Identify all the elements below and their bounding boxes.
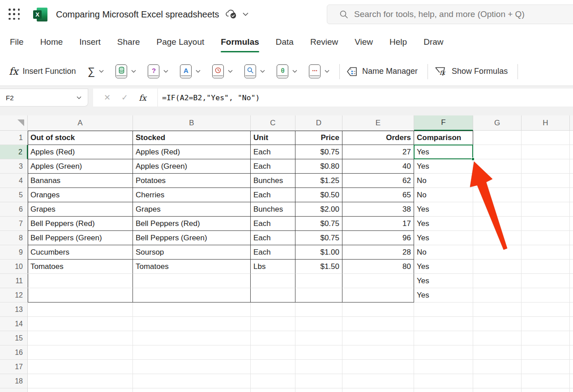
cell-H18[interactable] bbox=[522, 374, 570, 388]
cell-C3[interactable]: Each bbox=[251, 159, 295, 174]
cell-E16[interactable] bbox=[342, 345, 414, 360]
cell-A14[interactable] bbox=[28, 317, 133, 331]
cell-I8[interactable] bbox=[570, 231, 573, 245]
row-header-8[interactable]: 8 bbox=[0, 231, 28, 245]
cell-C8[interactable]: Each bbox=[251, 231, 295, 245]
menu-tab-share[interactable]: Share bbox=[117, 35, 140, 51]
column-header-B[interactable]: B bbox=[133, 115, 251, 131]
menu-tab-review[interactable]: Review bbox=[310, 35, 338, 51]
cell-F14[interactable] bbox=[414, 317, 473, 331]
cell-C12[interactable] bbox=[251, 288, 295, 303]
cell-D2[interactable]: $0.75 bbox=[295, 145, 342, 159]
row-header-14[interactable]: 14 bbox=[0, 317, 28, 331]
row-header-2[interactable]: 2 bbox=[0, 145, 28, 159]
cell-G16[interactable] bbox=[473, 345, 522, 360]
cell-I14[interactable] bbox=[570, 317, 573, 331]
cell-B18[interactable] bbox=[133, 374, 251, 388]
cell-A3[interactable]: Apples (Green) bbox=[28, 159, 133, 174]
insert-function-button[interactable]: fx Insert Function bbox=[9, 66, 76, 77]
row-header-17[interactable]: 17 bbox=[0, 360, 28, 374]
cell-I19[interactable] bbox=[570, 388, 573, 392]
cell-D5[interactable]: $0.50 bbox=[295, 188, 342, 202]
text-functions-dropdown[interactable]: A bbox=[180, 64, 201, 78]
cell-F17[interactable] bbox=[414, 360, 473, 374]
cell-A1[interactable]: Out of stock bbox=[28, 131, 133, 145]
cell-B14[interactable] bbox=[133, 317, 251, 331]
more-functions-dropdown[interactable]: ··· bbox=[309, 64, 329, 78]
cell-C6[interactable]: Bunches bbox=[251, 202, 295, 217]
cell-D9[interactable]: $1.00 bbox=[295, 245, 342, 260]
title-chevron-down-icon[interactable] bbox=[243, 13, 248, 16]
cell-G11[interactable] bbox=[473, 274, 522, 288]
row-header-7[interactable]: 7 bbox=[0, 217, 28, 231]
cell-G9[interactable] bbox=[473, 245, 522, 260]
cell-D13[interactable] bbox=[295, 303, 342, 317]
cell-E15[interactable] bbox=[342, 331, 414, 345]
cell-H3[interactable] bbox=[522, 159, 570, 174]
row-header-16[interactable]: 16 bbox=[0, 345, 28, 360]
cell-I2[interactable] bbox=[570, 145, 573, 159]
math-trig-functions-dropdown[interactable]: θ bbox=[277, 64, 297, 78]
cell-F6[interactable]: Yes bbox=[414, 202, 473, 217]
search-bar[interactable] bbox=[327, 4, 573, 24]
cell-A17[interactable] bbox=[28, 360, 133, 374]
name-box[interactable]: F2 bbox=[0, 89, 88, 107]
cell-E8[interactable]: 96 bbox=[342, 231, 414, 245]
cell-B6[interactable]: Grapes bbox=[133, 202, 251, 217]
row-header-13[interactable]: 13 bbox=[0, 303, 28, 317]
cell-C7[interactable]: Each bbox=[251, 217, 295, 231]
cell-E2[interactable]: 27 bbox=[342, 145, 414, 159]
menu-tab-insert[interactable]: Insert bbox=[79, 35, 101, 51]
cell-G2[interactable] bbox=[473, 145, 522, 159]
cell-F8[interactable]: Yes bbox=[414, 231, 473, 245]
cell-C10[interactable]: Lbs bbox=[251, 260, 295, 274]
cell-G6[interactable] bbox=[473, 202, 522, 217]
cell-I6[interactable] bbox=[570, 202, 573, 217]
insert-function-fx-icon[interactable]: fx bbox=[139, 93, 146, 102]
cell-G17[interactable] bbox=[473, 360, 522, 374]
menu-tab-formulas[interactable]: Formulas bbox=[221, 35, 259, 51]
cell-A11[interactable] bbox=[28, 274, 133, 288]
row-header-18[interactable]: 18 bbox=[0, 374, 28, 388]
cell-F5[interactable]: No bbox=[414, 188, 473, 202]
cell-I3[interactable] bbox=[570, 159, 573, 174]
cell-B9[interactable]: Soursop bbox=[133, 245, 251, 260]
cell-H2[interactable] bbox=[522, 145, 570, 159]
cell-C9[interactable]: Each bbox=[251, 245, 295, 260]
column-header-A[interactable]: A bbox=[28, 115, 133, 131]
cell-B11[interactable] bbox=[133, 274, 251, 288]
cell-E12[interactable] bbox=[342, 288, 414, 303]
cell-D1[interactable]: Price bbox=[295, 131, 342, 145]
cell-A19[interactable] bbox=[28, 388, 133, 392]
cell-A6[interactable]: Grapes bbox=[28, 202, 133, 217]
cell-F3[interactable]: Yes bbox=[414, 159, 473, 174]
row-header-11[interactable]: 11 bbox=[0, 274, 28, 288]
cell-H6[interactable] bbox=[522, 202, 570, 217]
cell-G4[interactable] bbox=[473, 174, 522, 188]
cell-D11[interactable] bbox=[295, 274, 342, 288]
row-header-12[interactable]: 12 bbox=[0, 288, 28, 303]
autosum-dropdown[interactable]: ∑ bbox=[76, 65, 104, 77]
cloud-saved-icon[interactable] bbox=[226, 9, 237, 19]
cell-E13[interactable] bbox=[342, 303, 414, 317]
cell-D16[interactable] bbox=[295, 345, 342, 360]
cell-F15[interactable] bbox=[414, 331, 473, 345]
cell-B10[interactable]: Tomatoes bbox=[133, 260, 251, 274]
cell-A5[interactable]: Oranges bbox=[28, 188, 133, 202]
cell-B4[interactable]: Potatoes bbox=[133, 174, 251, 188]
cell-E11[interactable] bbox=[342, 274, 414, 288]
cell-H10[interactable] bbox=[522, 260, 570, 274]
cell-D15[interactable] bbox=[295, 331, 342, 345]
cell-B2[interactable]: Apples (Red) bbox=[133, 145, 251, 159]
logical-functions-dropdown[interactable]: ? bbox=[148, 64, 168, 78]
cell-E1[interactable]: Orders bbox=[342, 131, 414, 145]
app-launcher-icon[interactable] bbox=[7, 7, 21, 21]
cell-F12[interactable]: Yes bbox=[414, 288, 473, 303]
cell-H17[interactable] bbox=[522, 360, 570, 374]
select-all-corner[interactable] bbox=[0, 115, 28, 131]
cell-E3[interactable]: 40 bbox=[342, 159, 414, 174]
cell-H4[interactable] bbox=[522, 174, 570, 188]
show-formulas-button[interactable]: fx Show Formulas bbox=[434, 66, 508, 77]
cell-C17[interactable] bbox=[251, 360, 295, 374]
row-header-19[interactable]: 19 bbox=[0, 388, 28, 392]
